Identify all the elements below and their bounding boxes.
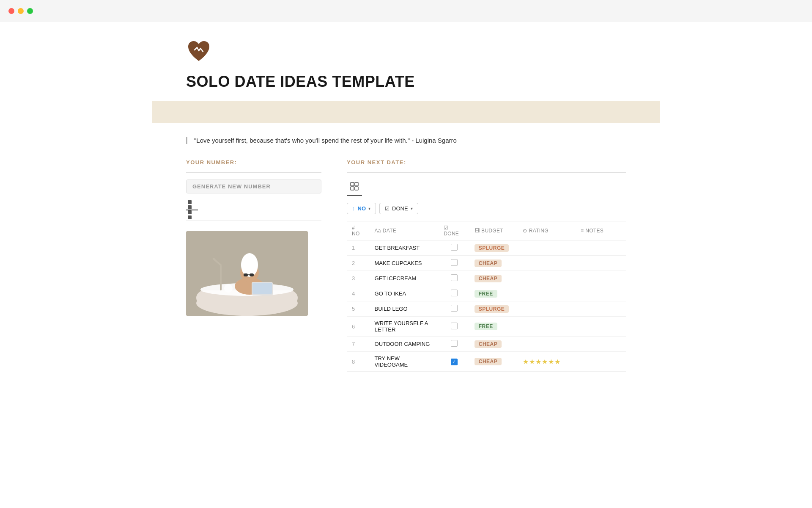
cell-no: 7 — [347, 337, 370, 352]
left-column: YOUR NUMBER: GENERATE NEW NUMBER — [186, 159, 321, 372]
cell-date: GET ICECREAM — [370, 271, 439, 286]
filter-done-label: DONE — [392, 205, 408, 212]
filter-bar: ↑ NO ▾ ☑ DONE ▾ — [347, 203, 626, 214]
budget-badge[interactable]: CHEAP — [475, 275, 502, 282]
budget-badge[interactable]: FREE — [475, 290, 497, 298]
right-column: YOUR NEXT DATE: ↑ NO ▾ ☑ — [347, 159, 626, 372]
cell-notes — [576, 337, 626, 352]
titlebar — [0, 0, 812, 22]
table-row: 3GET ICECREAMCHEAP — [347, 271, 626, 286]
cell-date: TRY NEW VIDEOGAME — [370, 352, 439, 372]
budget-badge[interactable]: FREE — [475, 323, 497, 330]
cell-budget: SPLURGE — [469, 301, 518, 317]
filter-no-label: NO — [358, 205, 366, 212]
photo-image — [186, 231, 308, 316]
cell-done[interactable] — [439, 317, 469, 337]
your-number-label: YOUR NUMBER: — [186, 159, 321, 166]
cell-done[interactable] — [439, 240, 469, 256]
grid-cell-2 — [188, 205, 192, 209]
cell-budget: CHEAP — [469, 337, 518, 352]
cell-rating — [518, 271, 576, 286]
cell-date: MAKE CUPCAKES — [370, 256, 439, 271]
cell-budget: CHEAP — [469, 352, 518, 372]
cell-done[interactable] — [439, 271, 469, 286]
cell-done[interactable]: ✓ — [439, 352, 469, 372]
svg-rect-21 — [355, 187, 358, 190]
checkbox[interactable] — [451, 244, 458, 251]
two-column-layout: YOUR NUMBER: GENERATE NEW NUMBER — [186, 159, 626, 372]
th-no-icon: # — [352, 225, 355, 231]
cell-done[interactable] — [439, 337, 469, 352]
grid-cell-4 — [188, 215, 192, 219]
th-rating: ⊙RATING — [518, 221, 576, 240]
svg-point-11 — [241, 253, 258, 277]
cell-done[interactable] — [439, 286, 469, 301]
cell-no: 8 — [347, 352, 370, 372]
quote-text: "Love yourself first, because that's who… — [194, 137, 457, 144]
cell-notes — [576, 256, 626, 271]
table-row: 8TRY NEW VIDEOGAME✓CHEAP★★★★★★ — [347, 352, 626, 372]
cell-rating — [518, 337, 576, 352]
cell-date: GET BREAKFAST — [370, 240, 439, 256]
table-row: 7OUTDOOR CAMPINGCHEAP — [347, 337, 626, 352]
cell-rating — [518, 317, 576, 337]
budget-badge[interactable]: SPLURGE — [475, 305, 509, 313]
th-done-icon: ☑ — [444, 225, 448, 231]
grid-view-icon[interactable] — [186, 199, 198, 210]
budget-badge[interactable]: CHEAP — [475, 260, 502, 267]
checkbox[interactable] — [451, 274, 458, 281]
cell-done[interactable] — [439, 301, 469, 317]
cell-no: 2 — [347, 256, 370, 271]
cell-rating — [518, 256, 576, 271]
filter-done-chevron: ▾ — [411, 206, 413, 211]
svg-rect-18 — [351, 182, 354, 186]
cell-rating: ★★★★★★ — [518, 352, 576, 372]
budget-badge[interactable]: SPLURGE — [475, 244, 509, 252]
close-button[interactable] — [8, 8, 14, 14]
number-divider — [186, 172, 321, 173]
cell-date: GO TO IKEA — [370, 286, 439, 301]
grid-cell-3 — [188, 210, 192, 214]
svg-point-5 — [224, 284, 233, 293]
maximize-button[interactable] — [27, 8, 33, 14]
cell-no: 1 — [347, 240, 370, 256]
cell-notes — [576, 271, 626, 286]
table-row: 6WRITE YOURSELF A LETTERFREE — [347, 317, 626, 337]
cell-no: 4 — [347, 286, 370, 301]
th-notes-icon: ≡ — [581, 228, 584, 234]
filter-no-arrow: ↑ — [352, 205, 355, 212]
cell-budget: CHEAP — [469, 271, 518, 286]
th-date: AaDATE — [370, 221, 439, 240]
th-notes: ≡NOTES — [576, 221, 626, 240]
left-column-divider — [186, 221, 321, 221]
checkbox[interactable]: ✓ — [451, 359, 458, 365]
page-content: SOLO DATE IDEAS TEMPLATE "Love yourself … — [152, 22, 660, 389]
table-row: 4GO TO IKEAFREE — [347, 286, 626, 301]
cell-no: 6 — [347, 317, 370, 337]
cell-date: OUTDOOR CAMPING — [370, 337, 439, 352]
cell-done[interactable] — [439, 256, 469, 271]
checkbox[interactable] — [451, 340, 458, 347]
table-view-button[interactable] — [347, 179, 362, 196]
th-no: #NO — [347, 221, 370, 240]
minimize-button[interactable] — [18, 8, 24, 14]
cell-budget: FREE — [469, 317, 518, 337]
cell-budget: FREE — [469, 286, 518, 301]
checkbox[interactable] — [451, 305, 458, 312]
generate-number-button[interactable]: GENERATE NEW NUMBER — [186, 179, 321, 193]
th-date-icon: Aa — [375, 228, 381, 234]
svg-rect-13 — [250, 273, 254, 276]
banner — [152, 101, 660, 123]
cell-notes — [576, 286, 626, 301]
checkbox[interactable] — [451, 290, 458, 296]
your-next-date-label: YOUR NEXT DATE: — [347, 159, 626, 166]
checkbox[interactable] — [451, 323, 458, 329]
budget-badge[interactable]: CHEAP — [475, 358, 502, 365]
checkbox[interactable] — [451, 259, 458, 266]
budget-badge[interactable]: CHEAP — [475, 340, 502, 348]
cell-rating — [518, 286, 576, 301]
th-budget-icon: 🎞 — [475, 228, 480, 234]
filter-done-button[interactable]: ☑ DONE ▾ — [379, 203, 418, 214]
cell-rating — [518, 240, 576, 256]
filter-no-button[interactable]: ↑ NO ▾ — [347, 203, 376, 214]
